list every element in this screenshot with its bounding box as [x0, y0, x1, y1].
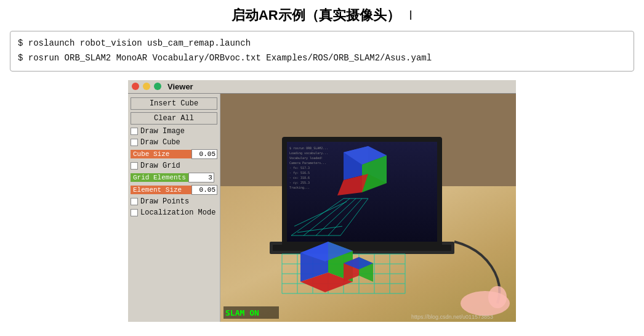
close-dot[interactable] — [132, 83, 139, 90]
viewer-body: Insert Cube Clear All Draw Image Draw Cu… — [128, 94, 516, 322]
draw-image-checkbox[interactable] — [131, 128, 138, 135]
draw-points-row: Draw Points — [131, 197, 217, 206]
svg-text:- fy: 516.5: - fy: 516.5 — [289, 171, 310, 175]
code-line-2: $ rosrun ORB_SLAM2 MonoAR Vocabulary/ORB… — [18, 51, 626, 66]
element-size-row: Element Size — [131, 185, 217, 195]
draw-points-checkbox[interactable] — [131, 198, 138, 205]
clear-all-button[interactable]: Clear All — [131, 112, 217, 125]
minimize-dot[interactable] — [143, 83, 150, 90]
svg-text:Camera Parameters...: Camera Parameters... — [289, 161, 326, 165]
draw-grid-checkbox[interactable] — [131, 162, 138, 170]
localization-mode-label: Localization Mode — [140, 208, 215, 217]
viewer-titlebar: Viewer — [128, 80, 516, 94]
grid-elements-row: Grid Elements — [131, 173, 217, 182]
cube-size-row: Cube Size — [131, 149, 217, 159]
page-title: 启动AR示例（真实摄像头） I — [10, 6, 634, 25]
svg-text:- fx: 517.3: - fx: 517.3 — [289, 166, 310, 170]
insert-cube-button[interactable]: Insert Cube — [131, 97, 217, 110]
camera-view-panel: $ rosrun ORB_SLAM2... Loading vocabulary… — [220, 94, 516, 322]
viewer-title: Viewer — [167, 82, 193, 91]
viewer-window: Viewer Insert Cube Clear All Draw Image … — [128, 80, 516, 322]
code-line-1: $ roslaunch robot_vision usb_cam_remap.l… — [18, 36, 626, 51]
cursor: I — [409, 7, 413, 23]
svg-text:Loading vocabulary...: Loading vocabulary... — [289, 151, 328, 155]
svg-text:- cx: 318.6: - cx: 318.6 — [289, 176, 310, 179]
svg-point-51 — [488, 286, 507, 308]
maximize-dot[interactable] — [154, 83, 161, 90]
grid-elements-label: Grid Elements — [131, 173, 188, 182]
svg-text:https://blog.csdn.net/u0115738: https://blog.csdn.net/u011573853 — [411, 314, 493, 320]
svg-text:SLAM ON: SLAM ON — [225, 308, 259, 318]
page-container: 启动AR示例（真实摄像头） I $ roslaunch robot_vision… — [0, 0, 644, 332]
element-size-input[interactable] — [191, 185, 217, 195]
draw-cube-checkbox[interactable] — [131, 139, 138, 146]
cube-size-input[interactable] — [191, 149, 217, 159]
draw-image-label: Draw Image — [140, 127, 185, 136]
draw-image-row: Draw Image — [131, 127, 217, 136]
svg-text:$ rosrun ORB_SLAM2...: $ rosrun ORB_SLAM2... — [289, 146, 328, 150]
svg-text:- cy: 255.3: - cy: 255.3 — [289, 181, 310, 185]
grid-elements-input[interactable] — [188, 173, 214, 182]
code-block: $ roslaunch robot_vision usb_cam_remap.l… — [10, 31, 634, 72]
cube-size-label: Cube Size — [131, 150, 191, 158]
element-size-label: Element Size — [131, 186, 191, 194]
localization-mode-checkbox[interactable] — [131, 209, 138, 216]
draw-cube-row: Draw Cube — [131, 138, 217, 147]
title-text: 启动AR示例（真实摄像头） — [231, 7, 400, 23]
draw-points-label: Draw Points — [140, 197, 189, 206]
draw-grid-label: Draw Grid — [140, 162, 180, 170]
draw-cube-label: Draw Cube — [140, 138, 180, 147]
svg-text:Vocabulary loaded!: Vocabulary loaded! — [289, 156, 323, 160]
draw-grid-row: Draw Grid — [131, 162, 217, 170]
left-panel: Insert Cube Clear All Draw Image Draw Cu… — [128, 94, 220, 322]
localization-mode-row: Localization Mode — [131, 208, 217, 217]
ar-scene: $ rosrun ORB_SLAM2... Loading vocabulary… — [220, 94, 516, 322]
svg-text:Tracking...: Tracking... — [289, 186, 310, 190]
